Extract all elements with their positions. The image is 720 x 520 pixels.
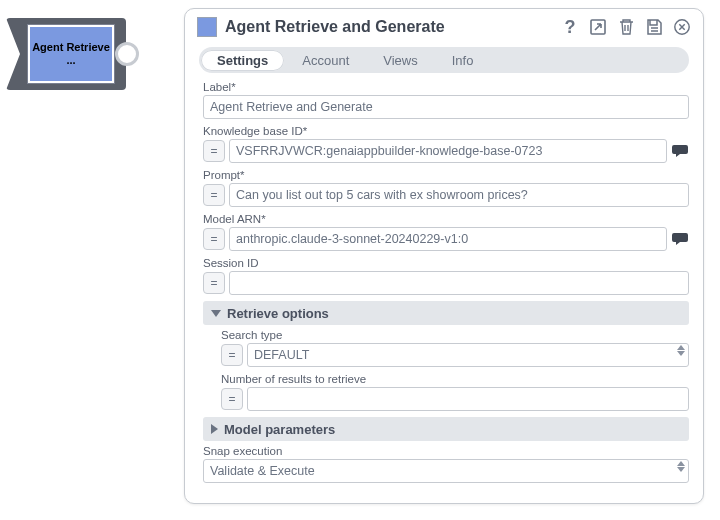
section-retrieve-options[interactable]: Retrieve options (203, 301, 689, 325)
expression-toggle[interactable]: = (221, 388, 243, 410)
snapexec-select[interactable] (203, 459, 689, 483)
field-knowledge-base: Knowledge base ID* = (203, 125, 689, 163)
field-numresults-label: Number of results to retrieve (221, 373, 689, 385)
panel-title: Agent Retrieve and Generate (225, 18, 553, 36)
expression-toggle[interactable]: = (221, 344, 243, 366)
export-icon[interactable] (589, 18, 607, 36)
section-title: Model parameters (224, 422, 335, 437)
save-icon[interactable] (645, 18, 663, 36)
tab-settings[interactable]: Settings (201, 50, 284, 71)
kb-input[interactable] (229, 139, 667, 163)
section-title: Retrieve options (227, 306, 329, 321)
field-snap-execution: Snap execution (203, 445, 689, 483)
expression-toggle[interactable]: = (203, 272, 225, 294)
tab-info[interactable]: Info (436, 50, 490, 71)
expression-toggle[interactable]: = (203, 228, 225, 250)
field-session-label: Session ID (203, 257, 689, 269)
field-num-results: Number of results to retrieve = (221, 373, 689, 411)
session-input[interactable] (229, 271, 689, 295)
field-prompt: Prompt* = (203, 169, 689, 207)
field-label: Label* (203, 81, 689, 119)
prompt-input[interactable] (229, 183, 689, 207)
help-icon[interactable]: ? (561, 18, 579, 36)
field-kb-label: Knowledge base ID* (203, 125, 689, 137)
node-output-port[interactable] (115, 42, 139, 66)
field-label-text: Label* (203, 81, 689, 93)
node-color-swatch (197, 17, 217, 37)
form-body: Label* Knowledge base ID* = Prompt* = Mo… (185, 81, 703, 503)
node-label: Agent Retrieve ... (28, 25, 114, 83)
suggest-icon[interactable] (671, 144, 689, 158)
workflow-node[interactable]: Agent Retrieve ... (6, 18, 138, 90)
expression-toggle[interactable]: = (203, 140, 225, 162)
expression-toggle[interactable]: = (203, 184, 225, 206)
tab-bar: Settings Account Views Info (199, 47, 689, 73)
field-session-id: Session ID = (203, 257, 689, 295)
tab-views[interactable]: Views (367, 50, 433, 71)
field-snapexec-label: Snap execution (203, 445, 689, 457)
panel-header: Agent Retrieve and Generate ? (185, 9, 703, 43)
label-input[interactable] (203, 95, 689, 119)
select-stepper[interactable] (677, 345, 685, 356)
suggest-icon[interactable] (671, 232, 689, 246)
field-prompt-label: Prompt* (203, 169, 689, 181)
select-stepper[interactable] (677, 461, 685, 472)
field-model-label: Model ARN* (203, 213, 689, 225)
tab-account[interactable]: Account (286, 50, 365, 71)
field-model-arn: Model ARN* = (203, 213, 689, 251)
properties-panel: Agent Retrieve and Generate ? Settings A… (184, 8, 704, 504)
close-icon[interactable] (673, 18, 691, 36)
model-input[interactable] (229, 227, 667, 251)
field-searchtype-label: Search type (221, 329, 689, 341)
searchtype-select[interactable] (247, 343, 689, 367)
numresults-input[interactable] (247, 387, 689, 411)
chevron-down-icon (211, 310, 221, 317)
section-model-parameters[interactable]: Model parameters (203, 417, 689, 441)
field-search-type: Search type = (221, 329, 689, 367)
trash-icon[interactable] (617, 18, 635, 36)
chevron-right-icon (211, 424, 218, 434)
